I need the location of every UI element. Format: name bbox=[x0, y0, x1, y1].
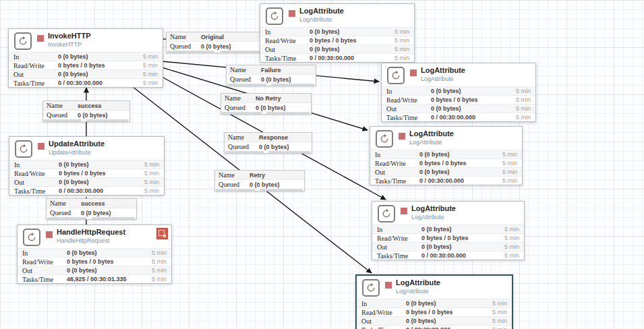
connection-label[interactable]: Name Retry Queued 0 (0 bytes) bbox=[214, 170, 305, 191]
connection-name-key: Name bbox=[167, 33, 201, 40]
processor-title: LogAttribute bbox=[299, 7, 344, 16]
processor-title: LogAttribute bbox=[409, 129, 454, 139]
stat-value: 0 (0 bytes) bbox=[58, 53, 143, 60]
stat-value: 0 (0 bytes) bbox=[58, 71, 143, 78]
stat-label: Tasks/Time bbox=[9, 80, 58, 87]
queue-fill-bar bbox=[47, 217, 136, 219]
connection-name-key: Name bbox=[227, 66, 261, 73]
connection-queued-value: 0 (0 bytes) bbox=[259, 144, 289, 150]
stat-label: Tasks/Time bbox=[260, 55, 310, 62]
stat-window: 5 min bbox=[502, 151, 522, 158]
connection-name-value: success bbox=[78, 102, 102, 109]
connection-queued-key: Queued bbox=[43, 111, 78, 119]
stat-value: 0 bytes / 0 bytes bbox=[310, 37, 394, 44]
connection-name-value: Failure bbox=[261, 67, 281, 73]
stat-row-in: In 0 (0 bytes) 5 min bbox=[9, 160, 164, 169]
processor[interactable]: LogAttribute LogAttribute In 0 (0 bytes)… bbox=[372, 201, 525, 260]
connection-label[interactable]: Name No Retry Queued 0 (0 bytes) bbox=[221, 93, 312, 115]
processor-titles: HandleHttpRequest HandleHttpRequest bbox=[57, 228, 125, 245]
connection-label[interactable]: Name success Queued 0 (0 bytes) bbox=[46, 198, 137, 220]
connection-name-row: Name Response bbox=[225, 133, 312, 142]
stopped-status-icon bbox=[401, 208, 407, 214]
stopped-status-icon bbox=[37, 35, 44, 42]
connection-queued-value: 0 (0 bytes) bbox=[81, 210, 111, 216]
stat-label: Tasks/Time bbox=[9, 187, 59, 195]
stat-label: In bbox=[260, 28, 310, 36]
connection-name-key: Name bbox=[43, 102, 78, 109]
processor-header: InvokeHTTP InvokeHTTP bbox=[9, 29, 163, 52]
stat-label: Read/Write bbox=[9, 170, 59, 177]
stopped-status-icon bbox=[410, 69, 417, 76]
processor-title: LogAttribute bbox=[421, 66, 465, 76]
processor-header: UpdateAttribute UpdateAttribute bbox=[9, 137, 164, 160]
nifi-flow-canvas[interactable]: { "labels": { "in": "In", "read_write": … bbox=[0, 0, 644, 329]
stat-window: 5 min bbox=[144, 170, 164, 177]
stat-row-tasks-time: Tasks/Time 0 / 00:30:00.000 5 min bbox=[9, 186, 164, 195]
stat-value: 0 (0 bytes) bbox=[310, 46, 394, 53]
stat-window: 5 min bbox=[492, 318, 512, 324]
stat-label: In bbox=[9, 161, 59, 169]
stat-value: 0 / 00:30:00.000 bbox=[406, 326, 492, 329]
connection-queued-key: Queued bbox=[225, 143, 259, 150]
stopped-status-icon bbox=[46, 231, 53, 238]
connection-queued-value: 0 (0 bytes) bbox=[256, 104, 286, 111]
stat-window: 5 min bbox=[516, 96, 535, 103]
processor-type-icon bbox=[15, 140, 32, 158]
connection-label[interactable]: Name Original Queued 0 (0 bytes) bbox=[166, 32, 275, 53]
stat-row-in: In 0 (0 bytes) 5 min bbox=[372, 225, 524, 233]
sync-arrows-icon bbox=[382, 209, 391, 218]
stat-label: Out bbox=[382, 105, 431, 113]
badge-square-glyph-small bbox=[163, 235, 166, 237]
queue-fill-segment bbox=[216, 189, 255, 191]
stat-label: Out bbox=[260, 46, 310, 53]
stat-label: In bbox=[382, 88, 431, 95]
processor[interactable]: LogAttribute LogAttribute In 0 (0 bytes)… bbox=[370, 126, 523, 185]
processor[interactable]: HandleHttpRequest HandleHttpRequest In 0… bbox=[17, 225, 172, 284]
connection-label[interactable]: Name Failure Queued 0 (0 bytes) bbox=[226, 65, 316, 86]
processor[interactable]: InvokeHTTP InvokeHTTP In 0 (0 bytes) 5 m… bbox=[8, 28, 163, 88]
stat-window: 5 min bbox=[143, 53, 163, 60]
processor[interactable]: LogAttribute LogAttribute In 0 (0 bytes)… bbox=[381, 63, 536, 122]
stat-label: Out bbox=[18, 267, 67, 274]
queue-fill-segment bbox=[260, 189, 303, 191]
processor-type-label: LogAttribute bbox=[411, 214, 456, 221]
stat-label: Out bbox=[9, 71, 58, 78]
stopped-status-icon bbox=[385, 282, 392, 289]
stat-value: 0 (0 bytes) bbox=[431, 105, 516, 112]
stopped-status-icon bbox=[289, 10, 295, 17]
stat-value: 0 bytes / 0 bytes bbox=[67, 258, 152, 265]
processor[interactable]: UpdateAttribute UpdateAttribute In 0 (0 … bbox=[9, 136, 165, 196]
stat-value: 0 (0 bytes) bbox=[421, 243, 504, 250]
processor-type-icon bbox=[376, 130, 393, 148]
connection-name-value: Original bbox=[201, 34, 224, 40]
processor-titles: LogAttribute LogAttribute bbox=[396, 278, 440, 295]
connection-queued-row: Queued 0 (0 bytes) bbox=[47, 208, 136, 217]
stat-value: 0 (0 bytes) bbox=[406, 318, 492, 324]
processor-type-icon bbox=[378, 205, 395, 222]
processor-header: LogAttribute LogAttribute bbox=[372, 202, 524, 225]
queue-fill-segment bbox=[268, 151, 311, 153]
connection-queued-row: Queued 0 (0 bytes) bbox=[167, 42, 274, 51]
stat-row-out: Out 0 (0 bytes) 5 min bbox=[370, 167, 522, 176]
queue-fill-segment bbox=[47, 217, 87, 219]
stat-label: In bbox=[372, 226, 421, 233]
stat-row-read-write: Read/Write 0 bytes / 0 bytes 5 min bbox=[9, 169, 164, 177]
processor[interactable]: LogAttribute LogAttribute In 0 (0 bytes)… bbox=[355, 274, 513, 329]
stat-row-tasks-time: Tasks/Time 0 / 00:30:00.000 5 min bbox=[372, 251, 524, 260]
processor-type-icon bbox=[14, 32, 32, 50]
stat-value: 0 bytes / 0 bytes bbox=[406, 309, 492, 316]
connection-queued-key: Queued bbox=[47, 209, 81, 216]
stat-window: 5 min bbox=[394, 55, 414, 61]
connection-label[interactable]: Name success Queued 0 (0 bytes) bbox=[42, 100, 130, 122]
connection-label[interactable]: Name Response Queued 0 (0 bytes) bbox=[224, 132, 312, 154]
connection-queued-value: 0 (0 bytes) bbox=[250, 181, 280, 188]
processor[interactable]: LogAttribute LogAttribute In 0 (0 bytes)… bbox=[260, 3, 415, 63]
copy-badge-icon bbox=[156, 228, 168, 239]
processor-titles: LogAttribute LogAttribute bbox=[421, 66, 465, 83]
stat-value: 0 / 00:30:00.000 bbox=[421, 252, 504, 259]
connection-name-key: Name bbox=[221, 94, 256, 102]
stat-window: 5 min bbox=[492, 309, 512, 316]
stopped-status-icon bbox=[399, 133, 405, 140]
queue-fill-segment bbox=[167, 51, 214, 53]
sync-arrows-icon bbox=[391, 71, 401, 80]
